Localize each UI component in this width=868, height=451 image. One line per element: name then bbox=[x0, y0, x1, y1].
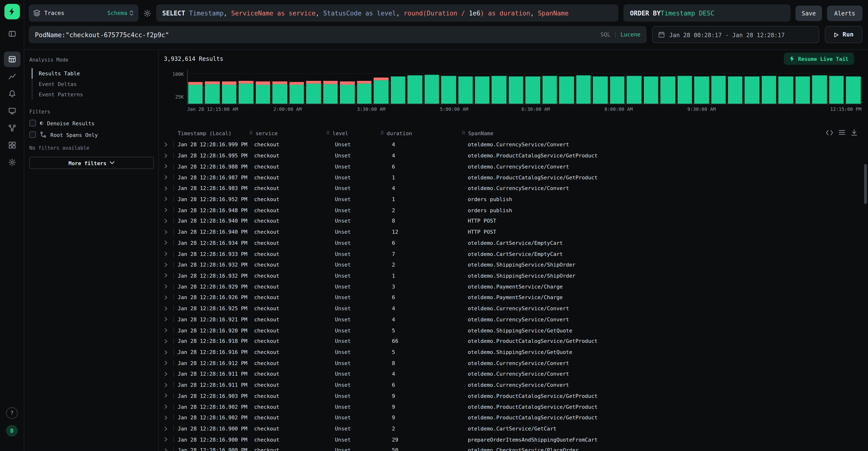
help-button[interactable]: ? bbox=[6, 407, 18, 419]
table-row[interactable]: Jan 28 12:28:16.900 PMcheckoutUnset29pre… bbox=[159, 434, 864, 445]
run-button[interactable]: Run bbox=[825, 26, 863, 43]
row-expander-chevron-icon[interactable] bbox=[164, 142, 173, 146]
drag-handle-icon[interactable]: ⠿ bbox=[380, 130, 384, 136]
service-map-icon[interactable] bbox=[4, 120, 20, 136]
histogram-bar[interactable] bbox=[289, 82, 304, 104]
histogram-bar[interactable] bbox=[593, 77, 608, 104]
row-expander-chevron-icon[interactable] bbox=[164, 437, 173, 442]
histogram-bar[interactable] bbox=[323, 81, 338, 104]
histogram-bar[interactable] bbox=[509, 77, 524, 104]
analysis-mode-event-patterns[interactable]: Event Patterns bbox=[32, 89, 154, 100]
layout-sidebar-icon[interactable] bbox=[4, 26, 20, 41]
select-clause-input[interactable]: SELECT Timestamp, ServiceName as service… bbox=[156, 4, 618, 22]
settings-gear-icon[interactable] bbox=[4, 154, 20, 170]
histogram-bar[interactable] bbox=[492, 76, 507, 104]
histogram-bar[interactable] bbox=[357, 81, 372, 104]
histogram-bar[interactable] bbox=[441, 76, 456, 104]
row-expander-chevron-icon[interactable] bbox=[164, 350, 173, 354]
histogram-bar[interactable] bbox=[306, 81, 321, 104]
histogram-bar[interactable] bbox=[407, 76, 422, 104]
filter-denoise-results[interactable]: ◐ Denoise Results bbox=[29, 120, 154, 126]
row-expander-chevron-icon[interactable] bbox=[164, 219, 173, 223]
search-input[interactable]: PodName:"checkout-675775c4cc-f2p9c" SQL … bbox=[29, 26, 647, 43]
table-row[interactable]: Jan 28 12:28:16.932 PMcheckoutUnset1otel… bbox=[159, 270, 864, 281]
column-header-service[interactable]: ⠿ service bbox=[248, 130, 325, 136]
histogram-bar[interactable] bbox=[458, 77, 473, 104]
table-row[interactable]: Jan 28 12:28:16.911 PMcheckoutUnset6otel… bbox=[159, 379, 864, 390]
row-expander-chevron-icon[interactable] bbox=[164, 241, 173, 245]
drag-handle-icon[interactable]: ⠿ bbox=[249, 130, 253, 136]
language-sql-toggle[interactable]: SQL bbox=[600, 32, 610, 38]
histogram-bar[interactable] bbox=[610, 77, 625, 104]
histogram-bar[interactable] bbox=[239, 81, 253, 104]
table-row[interactable]: Jan 28 12:28:16.983 PMcheckoutUnset4otel… bbox=[159, 183, 864, 194]
table-row[interactable]: Jan 28 12:28:16.926 PMcheckoutUnset6otel… bbox=[159, 292, 864, 303]
histogram-bar[interactable] bbox=[829, 76, 844, 104]
histogram-bar[interactable] bbox=[205, 81, 220, 104]
row-expander-chevron-icon[interactable] bbox=[164, 339, 173, 343]
row-expander-chevron-icon[interactable] bbox=[164, 317, 173, 321]
histogram-bar[interactable] bbox=[745, 77, 760, 104]
more-filters-button[interactable]: More filters bbox=[29, 157, 154, 169]
row-expander-chevron-icon[interactable] bbox=[164, 404, 173, 409]
histogram-bar[interactable] bbox=[644, 77, 658, 104]
table-row[interactable]: Jan 28 12:28:16.934 PMcheckoutUnset6otel… bbox=[159, 237, 864, 248]
histogram-bar[interactable] bbox=[525, 77, 540, 104]
row-expander-chevron-icon[interactable] bbox=[164, 361, 173, 365]
row-expander-chevron-icon[interactable] bbox=[164, 383, 173, 387]
row-expander-chevron-icon[interactable] bbox=[164, 284, 173, 289]
table-row[interactable]: Jan 28 12:28:16.988 PMcheckoutUnset6otel… bbox=[159, 161, 864, 172]
histogram-bar[interactable] bbox=[374, 77, 389, 104]
histogram-bar[interactable] bbox=[340, 82, 354, 104]
table-row[interactable]: Jan 28 12:28:16.987 PMcheckoutUnset1otel… bbox=[159, 172, 864, 183]
user-avatar[interactable]: D bbox=[6, 425, 18, 436]
histogram-bar[interactable] bbox=[542, 76, 557, 104]
column-header-timestamp[interactable]: Timestamp (Local) bbox=[173, 130, 248, 136]
language-lucene-toggle[interactable]: Lucene bbox=[620, 32, 641, 38]
source-selector[interactable]: Traces Schema bbox=[29, 4, 138, 22]
table-row[interactable]: Jan 28 12:28:16.902 PMcheckoutUnset9otel… bbox=[159, 401, 864, 412]
table-row[interactable]: Jan 28 12:28:16.900 PMcheckoutUnset50ote… bbox=[159, 445, 864, 451]
order-by-input[interactable]: ORDER BY Timestamp DESC bbox=[623, 4, 790, 22]
row-expander-chevron-icon[interactable] bbox=[164, 273, 173, 278]
table-row[interactable]: Jan 28 12:28:16.921 PMcheckoutUnset4otel… bbox=[159, 314, 864, 325]
table-row[interactable]: Jan 28 12:28:16.918 PMcheckoutUnset66ote… bbox=[159, 336, 864, 346]
table-row[interactable]: Jan 28 12:28:16.920 PMcheckoutUnset5otel… bbox=[159, 325, 864, 336]
schema-link[interactable]: Schema bbox=[107, 10, 134, 16]
analysis-mode-event-deltas[interactable]: Event Deltas bbox=[32, 79, 154, 89]
histogram-bar[interactable] bbox=[728, 77, 743, 104]
drag-handle-icon[interactable]: ⠿ bbox=[462, 130, 465, 136]
row-expander-chevron-icon[interactable] bbox=[164, 186, 173, 190]
column-header-spanname[interactable]: ⠿ SpanName bbox=[461, 130, 863, 136]
resume-live-tail-button[interactable]: Resume Live Tail bbox=[784, 53, 854, 65]
row-expander-chevron-icon[interactable] bbox=[164, 416, 173, 420]
table-row[interactable]: Jan 28 12:28:16.900 PMcheckoutUnset2otel… bbox=[159, 423, 864, 434]
row-expander-chevron-icon[interactable] bbox=[164, 306, 173, 310]
alerts-button[interactable]: Alerts bbox=[827, 5, 863, 21]
row-expander-chevron-icon[interactable] bbox=[164, 394, 173, 398]
time-range-picker[interactable]: Jan 28 00:28:17 - Jan 28 12:28:17 bbox=[652, 26, 819, 43]
results-table-icon[interactable] bbox=[4, 51, 20, 67]
row-expander-chevron-icon[interactable] bbox=[164, 153, 173, 158]
histogram-bar[interactable] bbox=[795, 77, 810, 104]
column-header-level[interactable]: ⠿ level bbox=[325, 130, 379, 136]
analysis-mode-results-table[interactable]: Results Table bbox=[32, 68, 154, 79]
histogram-bar[interactable] bbox=[812, 76, 827, 104]
row-expander-chevron-icon[interactable] bbox=[164, 252, 173, 256]
row-expander-chevron-icon[interactable] bbox=[164, 295, 173, 300]
save-button[interactable]: Save bbox=[795, 5, 822, 21]
histogram-bar[interactable] bbox=[660, 77, 675, 104]
table-row[interactable]: Jan 28 12:28:16.940 PMcheckoutUnset12HTT… bbox=[159, 226, 864, 237]
row-expander-chevron-icon[interactable] bbox=[164, 328, 173, 333]
drag-handle-icon[interactable]: ⠿ bbox=[326, 130, 330, 136]
sessions-monitor-icon[interactable] bbox=[4, 103, 20, 118]
table-row[interactable]: Jan 28 12:28:16.952 PMcheckoutUnset1orde… bbox=[159, 194, 864, 204]
table-row[interactable]: Jan 28 12:28:16.912 PMcheckoutUnset8otel… bbox=[159, 358, 864, 368]
row-expander-chevron-icon[interactable] bbox=[164, 197, 173, 201]
query-settings-button[interactable] bbox=[143, 9, 151, 17]
histogram-bar[interactable] bbox=[256, 81, 271, 104]
histogram-bar[interactable] bbox=[391, 77, 405, 104]
denoise-checkbox[interactable] bbox=[29, 120, 36, 126]
table-row[interactable]: Jan 28 12:28:16.916 PMcheckoutUnset5otel… bbox=[159, 347, 864, 358]
column-header-duration[interactable]: ⠿ duration bbox=[379, 130, 461, 136]
